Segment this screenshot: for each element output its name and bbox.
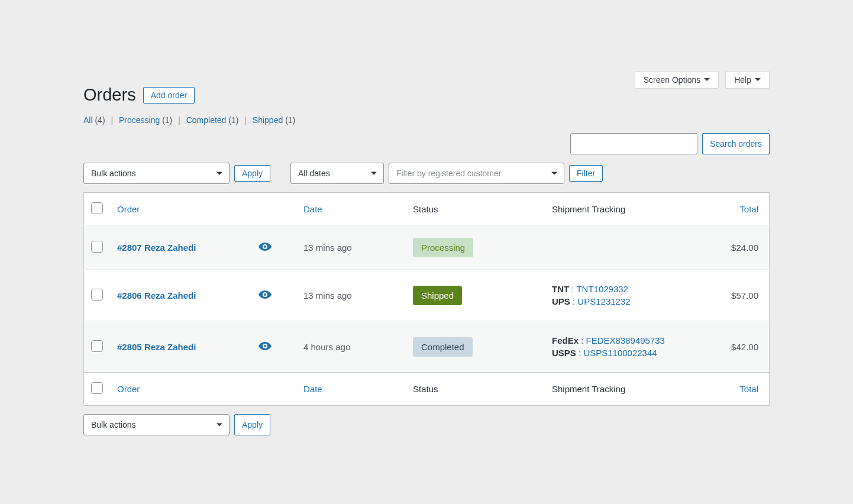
select-all-checkbox[interactable] bbox=[91, 202, 103, 214]
column-date-footer[interactable]: Date bbox=[296, 373, 406, 406]
preview-icon[interactable] bbox=[259, 290, 272, 301]
order-total: $42.00 bbox=[716, 321, 770, 373]
search-input[interactable] bbox=[570, 133, 697, 154]
tracking-carrier: USPS bbox=[552, 348, 576, 358]
status-badge: Processing bbox=[413, 238, 473, 257]
column-status-footer: Status bbox=[406, 373, 545, 406]
tracking-cell bbox=[545, 226, 716, 270]
order-total: $24.00 bbox=[716, 226, 770, 270]
apply-button-bottom[interactable]: Apply bbox=[234, 414, 270, 435]
screen-options-button[interactable]: Screen Options bbox=[635, 71, 719, 89]
tracking-cell: TNT : TNT1029332UPS : UPS1231232 bbox=[545, 270, 716, 321]
tracking-link[interactable]: UPS1231232 bbox=[577, 296, 630, 306]
caret-down-icon bbox=[704, 78, 710, 84]
customer-filter-select[interactable]: Filter by registered customer bbox=[389, 163, 564, 184]
help-label: Help bbox=[734, 75, 751, 85]
filter-shipped-link[interactable]: Shipped bbox=[253, 115, 283, 125]
status-badge: Completed bbox=[413, 337, 473, 357]
column-total-footer[interactable]: Total bbox=[716, 373, 770, 406]
preview-icon[interactable] bbox=[259, 342, 272, 352]
column-shipment: Shipment Tracking bbox=[545, 193, 716, 226]
column-order[interactable]: Order bbox=[110, 193, 296, 226]
order-total: $57.00 bbox=[716, 270, 770, 321]
tracking-entry: USPS : USPS1100022344 bbox=[552, 348, 709, 358]
column-shipment-footer: Shipment Tracking bbox=[545, 373, 716, 406]
search-orders-button[interactable]: Search orders bbox=[702, 133, 770, 154]
caret-down-icon bbox=[755, 78, 761, 84]
tracking-link[interactable]: USPS1100022344 bbox=[583, 348, 657, 358]
screen-options-label: Screen Options bbox=[644, 75, 701, 85]
column-order-footer[interactable]: Order bbox=[110, 373, 296, 406]
order-link[interactable]: #2807 Reza Zahedi bbox=[117, 243, 196, 253]
date-filter-select[interactable]: All dates bbox=[290, 163, 384, 184]
bulk-actions-select[interactable]: Bulk actions bbox=[83, 163, 230, 184]
row-checkbox[interactable] bbox=[91, 340, 103, 352]
tracking-carrier: FedEx bbox=[552, 335, 579, 345]
help-button[interactable]: Help bbox=[725, 71, 770, 89]
bulk-actions-select-bottom[interactable]: Bulk actions bbox=[83, 414, 230, 435]
order-link[interactable]: #2805 Reza Zahedi bbox=[117, 342, 196, 352]
page-title: Orders bbox=[83, 85, 136, 105]
preview-icon[interactable] bbox=[259, 243, 272, 253]
table-row: #2806 Reza Zahedi 13 mins ago Shipped TN… bbox=[84, 270, 770, 321]
apply-button[interactable]: Apply bbox=[234, 165, 270, 182]
column-total[interactable]: Total bbox=[716, 193, 770, 226]
column-date[interactable]: Date bbox=[296, 193, 406, 226]
tracking-entry: TNT : TNT1029332 bbox=[552, 284, 709, 294]
row-checkbox[interactable] bbox=[91, 289, 103, 301]
tracking-entry: UPS : UPS1231232 bbox=[552, 296, 709, 306]
order-link[interactable]: #2806 Reza Zahedi bbox=[117, 290, 196, 301]
tracking-link[interactable]: FEDEX8389495733 bbox=[586, 335, 665, 345]
status-badge: Shipped bbox=[413, 286, 462, 305]
add-order-button[interactable]: Add order bbox=[143, 87, 195, 104]
order-date: 4 hours ago bbox=[296, 321, 406, 373]
tracking-link[interactable]: TNT1029332 bbox=[576, 284, 628, 294]
filter-processing-link[interactable]: Processing bbox=[119, 115, 160, 125]
filter-button[interactable]: Filter bbox=[569, 165, 603, 182]
row-checkbox[interactable] bbox=[91, 241, 103, 253]
filter-completed-link[interactable]: Completed bbox=[186, 115, 227, 125]
table-row: #2807 Reza Zahedi 13 mins ago Processing… bbox=[84, 226, 770, 270]
status-filter-links: All (4) | Processing (1) | Completed (1)… bbox=[83, 115, 770, 125]
filter-all-link[interactable]: All bbox=[83, 115, 93, 125]
tracking-carrier: TNT bbox=[552, 284, 569, 294]
select-all-checkbox-footer[interactable] bbox=[91, 382, 103, 394]
tracking-carrier: UPS bbox=[552, 296, 570, 306]
tracking-entry: FedEx : FEDEX8389495733 bbox=[552, 335, 709, 345]
table-row: #2805 Reza Zahedi 4 hours ago Completed … bbox=[84, 321, 770, 373]
tracking-cell: FedEx : FEDEX8389495733USPS : USPS110002… bbox=[545, 321, 716, 373]
order-date: 13 mins ago bbox=[296, 270, 406, 321]
order-date: 13 mins ago bbox=[296, 226, 406, 270]
column-status: Status bbox=[406, 193, 545, 226]
